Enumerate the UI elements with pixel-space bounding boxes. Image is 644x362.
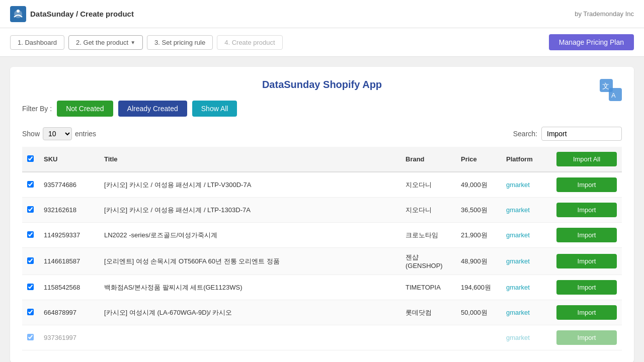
- already-created-filter-button[interactable]: Already Created: [118, 101, 187, 117]
- row-sku: 1146618587: [39, 248, 99, 275]
- row-brand: 크로노타임: [400, 223, 456, 248]
- row-title: [카시오] 여성시계 (LA-670WGA-9D)/ 카시오: [99, 300, 400, 325]
- row-sku: 937361997: [39, 325, 99, 350]
- import-all-button[interactable]: Import All: [556, 152, 617, 166]
- filter-row: Filter By : Not Created Already Created …: [22, 101, 622, 117]
- row-checkbox[interactable]: [27, 309, 34, 315]
- nav-step-get-product[interactable]: 2. Get the product ▼: [68, 35, 143, 50]
- table-row: 937361997 gmarket Import: [22, 325, 622, 350]
- table-row: 932162618 [카시오] 카시오 / 여성용 패션시계 / LTP-130…: [22, 198, 622, 223]
- row-checkbox-cell: [22, 275, 39, 300]
- row-action-cell: Import: [551, 223, 622, 248]
- import-button[interactable]: Import: [556, 330, 617, 345]
- row-checkbox-cell: [22, 198, 39, 223]
- not-created-filter-button[interactable]: Not Created: [57, 101, 113, 117]
- search-input[interactable]: [541, 127, 622, 141]
- import-button[interactable]: Import: [556, 228, 617, 242]
- import-button[interactable]: Import: [556, 280, 617, 295]
- row-brand: 롯데닷컴: [400, 300, 456, 325]
- table-body: 935774686 [카시오] 카시오 / 여성용 패션시계 / LTP-V30…: [22, 172, 622, 350]
- search-label: Search:: [513, 130, 537, 138]
- by-label: by Trademonday Inc: [575, 10, 634, 18]
- row-price: 194,600원: [456, 275, 501, 300]
- row-brand: 젠샵 (GENSHOP): [400, 248, 456, 275]
- nav-step-set-pricing[interactable]: 3. Set pricing rule: [147, 35, 213, 50]
- app-name: DataSunday: [30, 10, 74, 18]
- main-content: DataSunday Shopify App 文 A Filter By : N…: [0, 57, 644, 362]
- row-checkbox[interactable]: [27, 284, 34, 290]
- top-bar: DataSunday / Create product by Trademond…: [0, 0, 644, 28]
- row-platform: gmarket: [501, 248, 551, 275]
- table-row: 1158542568 백화점AS/본사정품 팔찌시계 세트(GE1123WS) …: [22, 275, 622, 300]
- manage-pricing-plan-button[interactable]: Manage Pricing Plan: [549, 34, 634, 50]
- platform-link[interactable]: gmarket: [506, 231, 530, 239]
- header-brand: Brand: [400, 147, 456, 172]
- platform-link[interactable]: gmarket: [506, 206, 530, 214]
- platform-link[interactable]: gmarket: [506, 309, 530, 316]
- row-title: [카시오] 카시오 / 여성용 패션시계 / LTP-V300D-7A: [99, 172, 400, 198]
- row-checkbox-cell: [22, 248, 39, 275]
- row-action-cell: Import: [551, 275, 622, 300]
- show-entries-control: Show 10 25 50 100 entries: [22, 127, 96, 140]
- translate-icon: 文 A: [600, 79, 622, 101]
- header-price: Price: [456, 147, 501, 172]
- row-action-cell: Import: [551, 325, 622, 350]
- row-platform: gmarket: [501, 198, 551, 223]
- nav-step-dashboard[interactable]: 1. Dashboard: [10, 35, 64, 50]
- row-action-cell: Import: [551, 300, 622, 325]
- row-brand: [400, 325, 456, 350]
- datasunday-logo-icon: [10, 6, 26, 22]
- nav-bar: 1. Dashboard 2. Get the product ▼ 3. Set…: [0, 28, 644, 57]
- row-price: 36,500원: [456, 198, 501, 223]
- row-price: [456, 325, 501, 350]
- svg-text:文: 文: [602, 82, 609, 90]
- top-bar-left: DataSunday / Create product: [10, 6, 134, 22]
- row-platform: gmarket: [501, 275, 551, 300]
- row-brand: 지오다니: [400, 198, 456, 223]
- row-brand: 지오다니: [400, 172, 456, 198]
- entries-select[interactable]: 10 25 50 100: [43, 127, 72, 140]
- nav-step-create-product[interactable]: 4. Create product: [217, 35, 282, 50]
- row-title: 백화점AS/본사정품 팔찌시계 세트(GE1123WS): [99, 275, 400, 300]
- translate-icon-area[interactable]: 文 A: [600, 79, 622, 103]
- platform-link[interactable]: gmarket: [506, 257, 530, 265]
- row-checkbox[interactable]: [27, 257, 34, 264]
- row-checkbox[interactable]: [27, 206, 34, 213]
- row-price: 48,900원: [456, 248, 501, 275]
- row-checkbox[interactable]: [27, 231, 34, 238]
- show-all-filter-button[interactable]: Show All: [192, 101, 237, 117]
- platform-link[interactable]: gmarket: [506, 181, 530, 189]
- row-sku: 1158542568: [39, 275, 99, 300]
- show-label: Show: [22, 130, 40, 138]
- row-price: 49,000원: [456, 172, 501, 198]
- header-checkbox-cell: [22, 147, 39, 172]
- dropdown-arrow-icon: ▼: [130, 40, 135, 45]
- row-sku: 664878997: [39, 300, 99, 325]
- svg-text:A: A: [611, 92, 616, 99]
- import-button[interactable]: Import: [556, 177, 617, 192]
- header-import-all: Import All: [551, 147, 622, 172]
- table-header-row: SKU Title Brand Price Platform Import Al…: [22, 147, 622, 172]
- row-action-cell: Import: [551, 172, 622, 198]
- platform-link[interactable]: gmarket: [506, 284, 530, 291]
- platform-link[interactable]: gmarket: [506, 334, 530, 341]
- import-button[interactable]: Import: [556, 203, 617, 217]
- row-price: 21,900원: [456, 223, 501, 248]
- row-platform: gmarket: [501, 300, 551, 325]
- row-checkbox[interactable]: [27, 334, 34, 340]
- row-price: 50,000원: [456, 300, 501, 325]
- import-button[interactable]: Import: [556, 305, 617, 320]
- table-row: 935774686 [카시오] 카시오 / 여성용 패션시계 / LTP-V30…: [22, 172, 622, 198]
- header-platform: Platform: [501, 147, 551, 172]
- row-sku: 935774686: [39, 172, 99, 198]
- row-title: LN2022 -series/로즈골드/여성가죽시계: [99, 223, 400, 248]
- row-checkbox[interactable]: [27, 181, 34, 188]
- card-title: DataSunday Shopify App: [22, 79, 622, 90]
- header-sku: SKU: [39, 147, 99, 172]
- import-button[interactable]: Import: [556, 254, 617, 268]
- row-title: [카시오] 카시오 / 여성용 패션시계 / LTP-1303D-7A: [99, 198, 400, 223]
- row-sku: 932162618: [39, 198, 99, 223]
- select-all-checkbox[interactable]: [27, 155, 34, 162]
- table-row: 1146618587 [오리엔트] 여성 손목시계 OT560FA 60년 전통…: [22, 248, 622, 275]
- table-row: 1149259337 LN2022 -series/로즈골드/여성가죽시계 크로…: [22, 223, 622, 248]
